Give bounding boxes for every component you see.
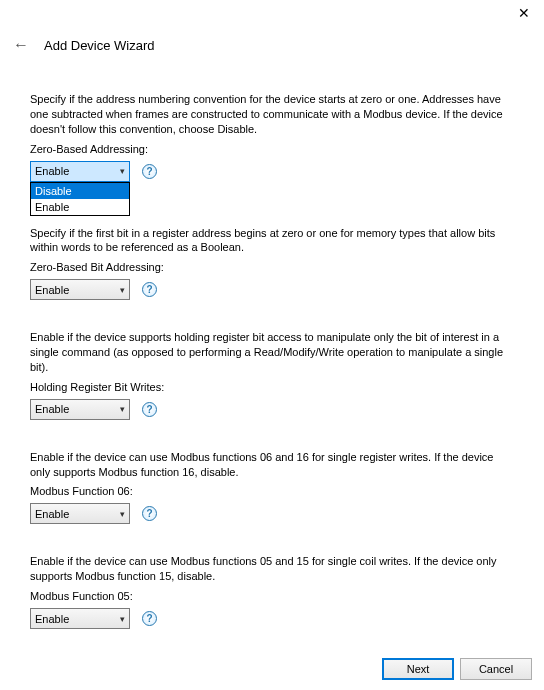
func06-value: Enable (35, 508, 69, 520)
zero-addr-value: Enable (35, 165, 69, 177)
func05-combobox[interactable]: Enable ▾ (30, 608, 130, 629)
page-title: Add Device Wizard (44, 38, 155, 53)
func06-label: Modbus Function 06: (30, 485, 514, 497)
chevron-down-icon: ▾ (120, 285, 125, 295)
zero-addr-label: Zero-Based Addressing: (30, 143, 514, 155)
zero-addr-option-disable[interactable]: Disable (31, 183, 129, 199)
func06-description: Enable if the device can use Modbus func… (30, 450, 514, 480)
holding-reg-label: Holding Register Bit Writes: (30, 381, 514, 393)
zero-bit-description: Specify if the first bit in a register a… (30, 226, 514, 256)
chevron-down-icon: ▾ (120, 404, 125, 414)
next-button[interactable]: Next (382, 658, 454, 680)
func05-label: Modbus Function 05: (30, 590, 514, 602)
help-icon[interactable]: ? (142, 164, 157, 179)
zero-addr-combobox[interactable]: Enable ▾ (30, 161, 130, 182)
func05-value: Enable (35, 613, 69, 625)
zero-bit-value: Enable (35, 284, 69, 296)
cancel-button[interactable]: Cancel (460, 658, 532, 680)
help-icon[interactable]: ? (142, 611, 157, 626)
help-icon[interactable]: ? (142, 506, 157, 521)
zero-bit-combobox[interactable]: Enable ▾ (30, 279, 130, 300)
chevron-down-icon: ▾ (120, 166, 125, 176)
holding-reg-combobox[interactable]: Enable ▾ (30, 399, 130, 420)
holding-reg-value: Enable (35, 403, 69, 415)
close-icon[interactable]: ✕ (518, 6, 530, 20)
func05-description: Enable if the device can use Modbus func… (30, 554, 514, 584)
zero-addr-dropdown[interactable]: Disable Enable (30, 182, 130, 216)
chevron-down-icon: ▾ (120, 614, 125, 624)
zero-bit-label: Zero-Based Bit Addressing: (30, 261, 514, 273)
back-arrow-icon[interactable]: ← (12, 36, 30, 54)
zero-addr-option-enable[interactable]: Enable (31, 199, 129, 215)
help-icon[interactable]: ? (142, 282, 157, 297)
help-icon[interactable]: ? (142, 402, 157, 417)
holding-reg-description: Enable if the device supports holding re… (30, 330, 514, 375)
zero-addr-description: Specify if the address numbering convent… (30, 92, 514, 137)
func06-combobox[interactable]: Enable ▾ (30, 503, 130, 524)
chevron-down-icon: ▾ (120, 509, 125, 519)
